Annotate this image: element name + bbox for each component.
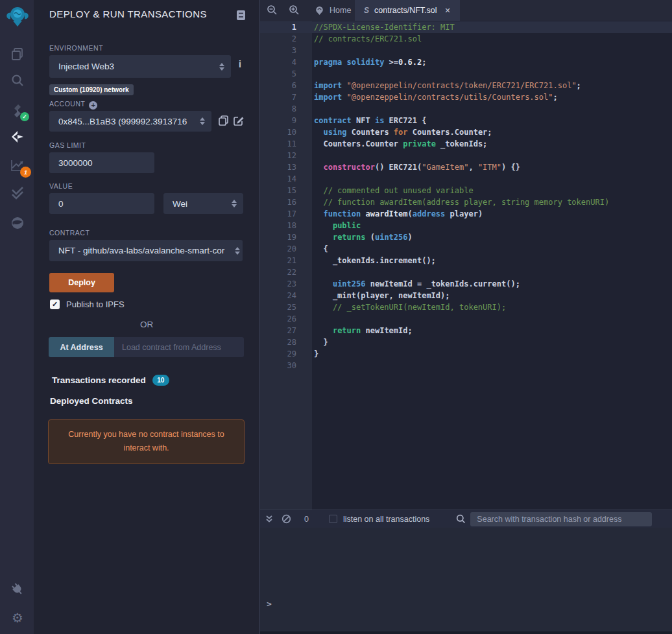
line-number: 9 [260, 115, 296, 126]
line-text: returns (uint256) [314, 231, 413, 243]
line-text: // contracts/ERC721.sol [314, 33, 422, 45]
code-line-15[interactable]: 15 // commented out unused variable [260, 185, 672, 196]
line-text: using Counters for Counters.Counter; [314, 126, 492, 138]
code-line-18[interactable]: 18 public [260, 220, 672, 231]
value-unit-select[interactable]: Wei [163, 193, 243, 214]
line-number: 27 [260, 325, 296, 336]
publish-ipfs-row: ✓ Publish to IPFS [50, 299, 125, 309]
line-text: _tokenIds.increment(); [314, 255, 436, 266]
line-text: { [314, 243, 328, 255]
transactions-recorded-label: Transactions recorded [52, 375, 146, 385]
clear-console-icon[interactable] [282, 514, 291, 524]
code-line-24[interactable]: 24 _mint(player, newItemId); [260, 290, 672, 301]
code-line-4[interactable]: 4pragma solidity >=0.6.2; [260, 56, 672, 68]
code-line-10[interactable]: 10 using Counters for Counters.Counter; [260, 126, 672, 138]
code-line-6[interactable]: 6import "@openzeppelin/contracts/token/E… [260, 80, 672, 91]
code-line-29[interactable]: 29} [260, 348, 672, 360]
documentation-icon[interactable] [236, 10, 246, 21]
code-line-1[interactable]: 1//SPDX-License-Identifier: MIT [260, 21, 672, 33]
terminal: 0 listen on all transactions > [260, 510, 672, 634]
code-line-13[interactable]: 13 constructor() ERC721("GameItem", "ITM… [260, 161, 672, 173]
listen-transactions-checkbox[interactable] [329, 515, 337, 523]
transactions-count-badge: 10 [152, 375, 169, 386]
code-line-16[interactable]: 16 // function awardItem(address player,… [260, 196, 672, 208]
code-line-27[interactable]: 27 return newItemId; [260, 325, 672, 336]
line-number: 8 [260, 103, 296, 115]
terminal-search-icon [456, 514, 466, 524]
add-account-icon[interactable]: + [89, 101, 97, 110]
at-address-input[interactable] [114, 337, 244, 357]
code-line-23[interactable]: 23 uint256 newItemId = _tokenIds.current… [260, 278, 672, 290]
account-select[interactable]: 0x845...B1aB3 (999992.3913716 [49, 111, 211, 132]
code-line-28[interactable]: 28 } [260, 336, 672, 348]
publish-ipfs-label: Publish to IPFS [66, 299, 125, 309]
code-line-5[interactable]: 5 [260, 68, 672, 80]
code-line-2[interactable]: 2// contracts/ERC721.sol [260, 33, 672, 45]
line-text: // commented out unused variable [314, 185, 474, 196]
close-tab-icon[interactable]: ✕ [445, 6, 451, 15]
line-text: constructor() ERC721("GameItem", "ITM") … [314, 161, 520, 173]
line-number: 11 [260, 138, 296, 150]
tab-home-label: Home [330, 6, 351, 15]
transactions-recorded-row[interactable]: Transactions recorded 10 [52, 375, 169, 386]
zoom-out-icon[interactable] [267, 5, 278, 16]
plugin-chart-icon[interactable]: 1 [9, 157, 26, 174]
solidity-file-icon: S [364, 6, 369, 15]
unit-testing-icon[interactable] [9, 185, 26, 202]
code-line-22[interactable]: 22 [260, 266, 672, 278]
plugin-manager-icon[interactable] [9, 581, 26, 598]
line-text: function awardItem(address player) [314, 208, 483, 220]
compile-success-badge: ✓ [20, 112, 29, 121]
line-text: } [314, 348, 318, 360]
line-number: 2 [260, 33, 296, 45]
settings-gear-icon[interactable]: ⚙ [9, 609, 26, 626]
publish-ipfs-checkbox[interactable]: ✓ [50, 299, 60, 309]
line-number: 4 [260, 56, 296, 68]
copy-account-icon[interactable] [219, 115, 228, 126]
code-line-30[interactable]: 30 [260, 360, 672, 371]
code-line-26[interactable]: 26 [260, 313, 672, 325]
sourcify-plugin-icon[interactable] [9, 215, 26, 231]
code-line-3[interactable]: 3 [260, 45, 672, 56]
search-icon[interactable] [9, 72, 26, 89]
code-line-11[interactable]: 11 Counters.Counter private _tokenIds; [260, 138, 672, 150]
deploy-run-icon[interactable] [9, 128, 26, 145]
gas-limit-label: GAS LIMIT [49, 141, 86, 149]
code-line-17[interactable]: 17 function awardItem(address player) [260, 208, 672, 220]
expand-terminal-icon[interactable] [265, 515, 273, 523]
gas-limit-input[interactable] [49, 152, 154, 173]
environment-info-icon[interactable]: i [239, 59, 241, 69]
value-label: VALUE [49, 182, 73, 190]
code-line-7[interactable]: 7import "@openzeppelin/contracts/utils/C… [260, 91, 672, 103]
tab-nft-sol[interactable]: S contracts/NFT.sol ✕ [355, 0, 460, 21]
at-address-button[interactable]: At Address [49, 337, 114, 357]
file-explorer-icon[interactable] [9, 45, 26, 62]
solidity-compiler-icon[interactable]: ✓ [9, 102, 26, 119]
zoom-in-icon[interactable] [289, 5, 300, 16]
home-remix-icon [315, 6, 324, 16]
code-line-8[interactable]: 8 [260, 103, 672, 115]
code-line-19[interactable]: 19 returns (uint256) [260, 231, 672, 243]
code-line-12[interactable]: 12 [260, 150, 672, 161]
line-number: 30 [260, 360, 296, 371]
line-number: 10 [260, 126, 296, 138]
line-number: 26 [260, 313, 296, 325]
line-number: 24 [260, 290, 296, 301]
remix-logo [6, 5, 29, 29]
code-line-9[interactable]: 9contract NFT is ERC721 { [260, 115, 672, 126]
code-line-20[interactable]: 20 { [260, 243, 672, 255]
contract-select[interactable]: NFT - github/ava-labs/avalanche-smart-co… [49, 240, 243, 261]
environment-select[interactable]: Injected Web3 [49, 55, 231, 78]
code-line-21[interactable]: 21 _tokenIds.increment(); [260, 255, 672, 266]
code-editor[interactable]: 1//SPDX-License-Identifier: MIT2// contr… [260, 21, 672, 510]
code-line-25[interactable]: 25 // _setTokenURI(newItemId, tokenURI); [260, 301, 672, 313]
code-line-14[interactable]: 14 [260, 173, 672, 185]
value-input[interactable] [49, 193, 154, 214]
deploy-button[interactable]: Deploy [49, 273, 114, 292]
terminal-search-input[interactable] [470, 512, 652, 526]
remix-logo-icon[interactable] [5, 4, 30, 30]
edit-account-icon[interactable] [234, 115, 244, 126]
line-number: 12 [260, 150, 296, 161]
tab-home[interactable]: Home [306, 0, 360, 21]
terminal-prompt[interactable]: > [267, 599, 272, 609]
